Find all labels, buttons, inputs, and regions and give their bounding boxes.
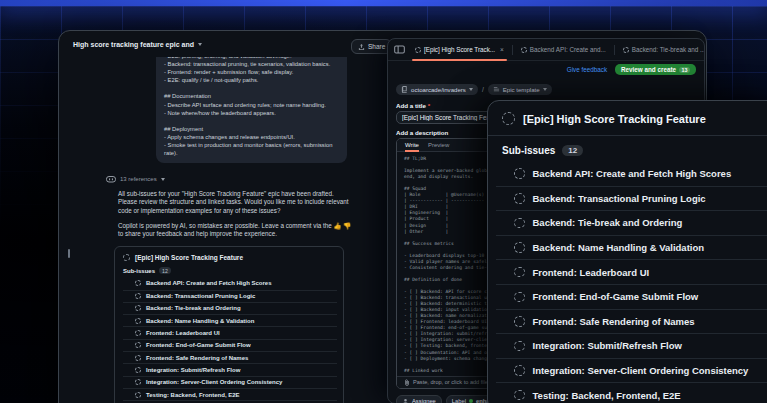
overlay-subissue-item[interactable]: Frontend: End-of-Game Submit Flow: [496, 284, 767, 309]
overlay-subissue-item[interactable]: Testing: Backend, Frontend, E2E: [496, 382, 767, 403]
tab-tiebreak[interactable]: Backend: Tie-break and ...: [617, 39, 705, 61]
sidebar-toggle-icon[interactable]: [394, 45, 405, 54]
draft-issue-icon: [514, 292, 525, 303]
draft-issue-icon: [415, 47, 421, 53]
draft-issue-icon: [135, 293, 141, 299]
chevron-down-icon: [161, 178, 165, 181]
draft-issue-icon: [135, 318, 141, 324]
repo-icon: [401, 86, 408, 93]
epic-card-title-row[interactable]: [Epic] High Score Tracking Feature: [115, 251, 343, 265]
share-label: Share: [368, 43, 385, 50]
subissue-list-item[interactable]: Backend: Transactional Pruning Logic: [123, 290, 337, 302]
tab-epic-label: [Epic] High Score Track...: [424, 46, 495, 53]
draft-issue-icon: [135, 367, 141, 373]
tab-write[interactable]: Write: [405, 139, 419, 152]
overlay-subissue-item[interactable]: Backend: Tie-break and Ordering: [496, 210, 767, 235]
draft-issue-icon: [514, 218, 525, 229]
subissue-list-item[interactable]: Testing: Backend, Frontend, E2E: [123, 388, 337, 400]
tab-divider: [512, 45, 513, 55]
assignee-pill[interactable]: Assignee: [396, 395, 442, 403]
close-icon[interactable]: ×: [500, 46, 504, 53]
tab-tiebreak-label: Backend: Tie-break and ...: [632, 46, 705, 53]
overlay-subissues-row: Sub-issues 12: [488, 136, 767, 161]
attach-hint-text: Paste, drop, or click to add files: [413, 379, 491, 385]
overlay-subissue-item[interactable]: Frontend: Leaderboard UI: [496, 259, 767, 284]
subissue-list-item[interactable]: Backend: Tie-break and Ordering: [123, 302, 337, 314]
editor-tab-bar: [Epic] High Score Track... × Backend API…: [388, 39, 704, 61]
subissue-list-item[interactable]: Backend API: Create and Fetch High Score…: [123, 277, 337, 289]
overlay-subissue-label: Backend: Name Handling & Validation: [533, 242, 705, 253]
bubble-line: - Describe API surface and ordering rule…: [164, 101, 339, 109]
overlay-subissue-item[interactable]: Frontend: Safe Rendering of Names: [496, 309, 767, 334]
subissue-list-item[interactable]: Frontend: Safe Rendering of Names: [123, 351, 337, 363]
overlay-subissue-label: Backend: Transactional Pruning Logic: [533, 193, 706, 204]
subissue-list-item[interactable]: Integration: Submit/Refresh Flow: [123, 363, 337, 375]
chevron-down-icon: [198, 43, 202, 46]
overlay-subissue-item[interactable]: Backend: Name Handling & Validation: [496, 235, 767, 260]
tab-backend-api[interactable]: Backend API: Create and...: [515, 39, 612, 61]
review-and-create-button[interactable]: Review and create 13: [615, 64, 696, 75]
epic-card-subissue-list: Backend API: Create and Fetch High Score…: [115, 277, 343, 403]
repo-selector[interactable]: octoarcade/invaders: [396, 84, 478, 95]
chat-title-text: High score tracking feature epic and: [73, 41, 194, 48]
give-feedback-link[interactable]: Give feedback: [567, 66, 607, 73]
paperclip-icon: [404, 379, 410, 386]
draft-issue-icon: [135, 330, 141, 336]
subissue-list-item[interactable]: Frontend: End-of-Game Submit Flow: [123, 339, 337, 351]
subissue-label: Frontend: Leaderboard UI: [146, 330, 220, 336]
person-icon: [402, 398, 409, 403]
draft-issue-icon: [514, 267, 525, 278]
bubble-line: [164, 84, 339, 92]
draft-issue-icon: [514, 168, 525, 179]
background-glow-bar: [0, 0, 767, 6]
user-message-bubble: - E2E: pruning, ordering, and validation…: [156, 57, 347, 163]
overlay-subissue-label: Frontend: Safe Rendering of Names: [533, 316, 695, 327]
assistant-disclaimer-paragraph: Copilot is powered by AI, so mistakes ar…: [118, 222, 354, 238]
chat-scroll-area[interactable]: - E2E: pruning, ordering, and validation…: [69, 57, 387, 403]
subissues-count-badge: 12: [159, 267, 171, 274]
bubble-line: - E2E: qualify / tie / not-qualify paths…: [164, 76, 339, 84]
overlay-subissue-item[interactable]: Backend API: Create and Fetch High Score…: [496, 161, 767, 186]
subissue-list-item[interactable]: Backend: Name Handling & Validation: [123, 314, 337, 326]
bubble-line: ## Deployment: [164, 125, 339, 133]
issue-count-badge: 13: [679, 67, 690, 73]
overlay-subissue-label: Integration: Submit/Refresh Flow: [533, 340, 682, 351]
overlay-header: [Epic] High Score Tracking Feature: [488, 101, 767, 135]
epic-summary-card: [Epic] High Score Tracking Feature Sub-i…: [114, 246, 344, 403]
draft-issue-icon: [135, 305, 141, 311]
overlay-subissue-item[interactable]: Integration: Submit/Refresh Flow: [496, 333, 767, 358]
subissue-label: Integration: Server-Client Ordering Cons…: [146, 379, 282, 385]
overlay-subissue-list: Backend API: Create and Fetch High Score…: [488, 161, 767, 403]
draft-issue-icon: [514, 193, 525, 204]
template-icon: [493, 86, 500, 93]
chat-conversation-title[interactable]: High score tracking feature epic and: [73, 41, 202, 48]
template-selector[interactable]: Epic template: [488, 84, 552, 95]
subissue-list-item[interactable]: Integration: Server-Client Ordering Cons…: [123, 376, 337, 388]
path-separator: /: [482, 86, 484, 93]
draft-issue-icon: [514, 365, 525, 376]
subissue-label: Backend: Transactional Pruning Logic: [146, 293, 255, 299]
overlay-subissues-label: Sub-issues: [502, 145, 555, 156]
tab-preview[interactable]: Preview: [428, 139, 449, 152]
editor-action-row: Give feedback Review and create 13: [388, 61, 704, 78]
subissue-label: Integration: Submit/Refresh Flow: [146, 367, 240, 373]
references-toggle[interactable]: 13 references: [106, 175, 387, 183]
subissue-list-item[interactable]: Frontend: Leaderboard UI: [123, 326, 337, 338]
overlay-epic-title: [Epic] High Score Tracking Feature: [523, 113, 706, 125]
bubble-line: - Backend: transactional pruning, tie sc…: [164, 60, 339, 68]
draft-issue-icon: [521, 47, 527, 53]
tab-epic[interactable]: [Epic] High Score Track... ×: [409, 39, 510, 61]
subissue-label: Testing: Backend, Frontend, E2E: [146, 392, 240, 398]
overlay-subissue-item[interactable]: Backend: Transactional Pruning Logic: [496, 186, 767, 211]
overlay-subissue-item[interactable]: Integration: Server-Client Ordering Cons…: [496, 358, 767, 383]
template-name: Epic template: [503, 86, 540, 93]
overlay-subissue-label: Backend API: Create and Fetch High Score…: [533, 168, 732, 179]
draft-issue-icon: [135, 379, 141, 385]
share-icon: [358, 43, 365, 51]
overlay-subissue-label: Frontend: End-of-Game Submit Flow: [533, 291, 699, 302]
draft-issue-icon: [514, 316, 525, 327]
chevron-down-icon: [469, 88, 473, 91]
subissues-overlay-panel: [Epic] High Score Tracking Feature Sub-i…: [487, 100, 767, 403]
subissue-label: Frontend: Safe Rendering of Names: [146, 355, 248, 361]
title-label-text: Add a title: [396, 102, 426, 109]
